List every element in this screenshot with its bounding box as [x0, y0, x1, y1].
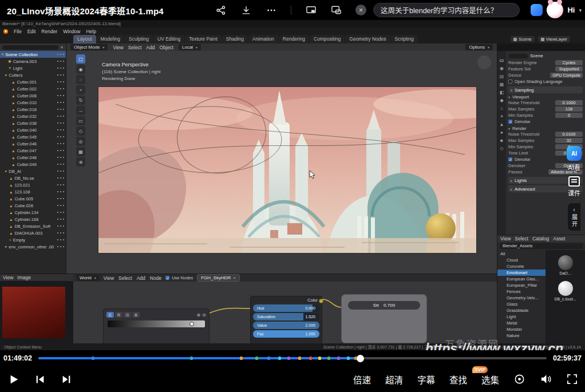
strength-slider[interactable]: Str 0.700 [348, 301, 420, 310]
denoise-viewport-checkbox[interactable]: Denoise [508, 118, 583, 125]
ramp-handle[interactable] [189, 322, 194, 326]
visibility-toggle-icons[interactable] [57, 94, 65, 97]
properties-tab-icon[interactable]: ⌂ [500, 106, 503, 111]
visibility-toggle-icons[interactable] [57, 184, 65, 186]
render-subsection[interactable]: ▾Render [508, 125, 583, 131]
property-row[interactable]: Max Samples128 [508, 106, 583, 112]
workspace-tab[interactable]: Shading [222, 35, 248, 43]
menu-item[interactable]: Select [118, 275, 132, 281]
filter-icon[interactable]: ▼ [60, 46, 64, 49]
mini-window-icon[interactable] [330, 5, 342, 16]
visibility-toggle-icons[interactable] [57, 115, 65, 117]
properties-tab-icon[interactable]: ▦ [500, 82, 504, 87]
menu-item[interactable]: Edit [27, 29, 36, 34]
workspace-tab[interactable]: UV Editing [153, 35, 184, 43]
visibility-toggle-icons[interactable] [57, 239, 65, 241]
outliner-row[interactable]: ▲ DIAOHUA.003 [0, 229, 66, 236]
next-episode-button[interactable] [61, 373, 72, 386]
catalog-item[interactable]: Light [497, 314, 546, 320]
menu-item[interactable]: Catalog [532, 236, 549, 241]
outliner-row[interactable]: ▲ Cutter.001 [0, 78, 66, 85]
catalog-item[interactable]: Metal [497, 320, 546, 326]
catalog-item[interactable]: All [497, 251, 546, 257]
outliner-row[interactable]: ▸ env_common_other .00 [0, 243, 66, 250]
visibility-toggle-icons[interactable] [57, 191, 65, 193]
sampling-section-header[interactable]: ▾Sampling [508, 86, 583, 93]
workspace-tab[interactable]: Rendering [279, 35, 309, 43]
property-row[interactable]: Feature SetSupported [508, 66, 583, 72]
menu-item[interactable]: View [500, 236, 511, 241]
properties-tab-icon[interactable]: ◇ [500, 146, 503, 151]
visibility-toggle-icons[interactable] [57, 136, 65, 138]
expand-tab[interactable]: ‹ 展开 [568, 203, 580, 231]
mode-dropdown[interactable]: Object Mode [70, 44, 108, 50]
visibility-toggle-icons[interactable] [57, 225, 65, 227]
menu-item[interactable]: Render [41, 29, 57, 34]
catalog-item[interactable]: Grassblade [497, 307, 546, 314]
fullscreen-icon[interactable] [566, 373, 578, 385]
menu-item[interactable]: View [3, 275, 13, 280]
outliner-row[interactable]: ▲ Cube.028 [0, 202, 66, 209]
visibility-toggle-icons[interactable] [57, 149, 65, 152]
video-frame[interactable]: Blender* [E:\10_KeTangShiFan\2024-05\202… [0, 20, 585, 350]
visibility-toggle-icons[interactable] [57, 108, 65, 110]
scene-selector[interactable]: Scene [511, 36, 535, 42]
menu-item[interactable]: Image [17, 275, 31, 280]
outliner-row[interactable]: ▸ DB_AI [0, 168, 66, 175]
find-button[interactable]: 查找 [449, 373, 467, 386]
visibility-toggle-icons[interactable] [57, 156, 65, 159]
image-editor-canvas[interactable] [0, 281, 73, 343]
node-slider[interactable]: Value 2.000 [253, 322, 319, 329]
options-dropdown[interactable]: Options [465, 44, 493, 50]
catalog-item[interactable]: Emotionart [497, 270, 546, 276]
outliner-row[interactable]: ▲ Cutter.046 [0, 140, 66, 147]
outliner-row[interactable]: ▾ Scene Collection [0, 51, 66, 58]
menu-item[interactable]: File [14, 29, 22, 34]
catalog-item[interactable]: Geometry-Velv... [497, 295, 546, 301]
outliner-row[interactable]: ▲ Cutter.047 [0, 147, 66, 154]
properties-tab-icon[interactable]: ▲ [500, 122, 504, 127]
quality-button[interactable]: 超清 [385, 373, 403, 386]
tool-button[interactable]: ◎ [76, 137, 85, 146]
menu-item[interactable]: Add [146, 45, 155, 50]
asset-thumbnail[interactable]: DB_c.loud... [550, 281, 581, 301]
properties-search-input[interactable] [508, 54, 528, 58]
outliner-row[interactable]: ▲ Cube.005 [0, 195, 66, 202]
courseware-label[interactable]: 课件 [568, 188, 580, 197]
asset-thumbnail[interactable]: DaO... [550, 255, 581, 275]
properties-tab-icon[interactable]: ▤ [500, 74, 504, 79]
volume-icon[interactable] [540, 373, 552, 385]
subtitles-button[interactable]: 字幕 [417, 373, 435, 386]
workspace-tab[interactable]: Geometry Nodes [345, 35, 390, 43]
playhead-handle[interactable] [357, 355, 364, 362]
property-row[interactable]: Noise Threshold0.1000 [508, 100, 583, 106]
close-icon[interactable]: × [355, 5, 366, 15]
properties-tab-icon[interactable]: ▭ [500, 58, 504, 63]
viewport-subsection[interactable]: ▾Viewport [508, 94, 583, 100]
ramp-channel-button[interactable]: G [124, 312, 131, 318]
visibility-toggle-icons[interactable] [57, 246, 65, 248]
visibility-toggle-icons[interactable] [57, 53, 65, 56]
play-button[interactable] [8, 373, 19, 386]
tool-button[interactable]: ▢ [76, 54, 85, 64]
outliner-row[interactable]: ▲ Cylinder.134 [0, 209, 66, 216]
catalog-item[interactable]: Cloud [497, 257, 546, 263]
workspace-tab[interactable]: Animation [248, 35, 278, 43]
visibility-toggle-icons[interactable] [57, 60, 65, 62]
tool-button[interactable]: ◉ [76, 65, 85, 74]
hue-saturation-node[interactable]: Color Hue 0.900 Saturation 1.520 [250, 296, 322, 343]
visibility-toggle-icons[interactable] [57, 204, 65, 207]
property-row[interactable]: Max Samples32 [508, 137, 583, 144]
catalog-item[interactable]: Nature [497, 332, 546, 339]
outliner-row[interactable]: ▲ Cutter.002 [0, 85, 66, 92]
menu-item[interactable]: View [113, 45, 123, 50]
ai-search-input[interactable]: 这周关于blender的学习内容是什么？ [373, 3, 520, 17]
ramp-channel-button[interactable]: C [106, 312, 114, 318]
color-ramp-node[interactable]: CRGB ⊕⊖ [103, 308, 210, 343]
color-ramp-gradient[interactable] [108, 320, 205, 327]
menu-item[interactable]: Object [159, 45, 173, 50]
ramp-channel-button[interactable]: B [132, 312, 140, 318]
world-datablock-field[interactable]: FGH_SkyHDR × [197, 274, 240, 282]
node-slider[interactable]: Fac 1.000 [253, 330, 319, 338]
screencast-icon[interactable] [305, 5, 317, 16]
